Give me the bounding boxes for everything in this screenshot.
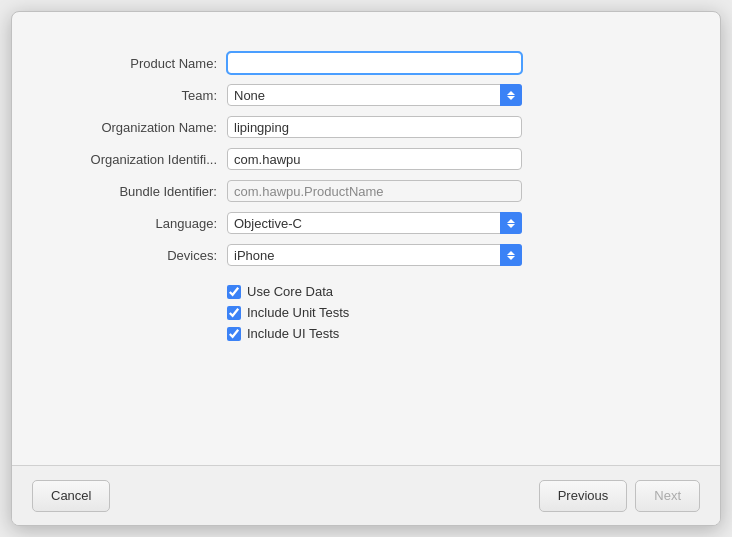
org-name-field (227, 116, 522, 138)
org-identifier-field (227, 148, 522, 170)
include-ui-tests-checkbox[interactable] (227, 327, 241, 341)
team-field: None (227, 84, 522, 106)
team-select-wrapper: None (227, 84, 522, 106)
org-identifier-input[interactable] (227, 148, 522, 170)
cancel-button[interactable]: Cancel (32, 480, 110, 512)
include-unit-tests-checkbox[interactable] (227, 306, 241, 320)
product-name-row: Product Name: (42, 52, 690, 74)
org-identifier-label: Organization Identifi... (42, 152, 227, 167)
dialog-footer: Cancel Previous Next (12, 465, 720, 525)
include-ui-tests-label: Include UI Tests (247, 326, 339, 341)
org-name-label: Organization Name: (42, 120, 227, 135)
include-unit-tests-label: Include Unit Tests (247, 305, 349, 320)
bundle-id-label: Bundle Identifier: (42, 184, 227, 199)
product-name-input[interactable] (227, 52, 522, 74)
bundle-id-field: com.hawpu.ProductName (227, 180, 522, 202)
org-name-input[interactable] (227, 116, 522, 138)
previous-button[interactable]: Previous (539, 480, 628, 512)
language-select[interactable]: Objective-C Swift (227, 212, 522, 234)
language-select-wrapper: Objective-C Swift (227, 212, 522, 234)
language-row: Language: Objective-C Swift (42, 212, 690, 234)
team-label: Team: (42, 88, 227, 103)
devices-select[interactable]: iPhone iPad Universal (227, 244, 522, 266)
use-core-data-row: Use Core Data (227, 284, 690, 299)
nav-button-group: Previous Next (539, 480, 700, 512)
devices-select-wrapper: iPhone iPad Universal (227, 244, 522, 266)
bundle-id-value: com.hawpu.ProductName (227, 180, 522, 202)
org-name-row: Organization Name: (42, 116, 690, 138)
product-name-label: Product Name: (42, 56, 227, 71)
next-button: Next (635, 480, 700, 512)
use-core-data-label: Use Core Data (247, 284, 333, 299)
bundle-id-row: Bundle Identifier: com.hawpu.ProductName (42, 180, 690, 202)
dialog-content: Product Name: Team: None (12, 12, 720, 465)
form-area: Product Name: Team: None (42, 52, 690, 341)
use-core-data-checkbox[interactable] (227, 285, 241, 299)
org-identifier-row: Organization Identifi... (42, 148, 690, 170)
project-dialog: Product Name: Team: None (11, 11, 721, 526)
devices-label: Devices: (42, 248, 227, 263)
team-select[interactable]: None (227, 84, 522, 106)
devices-row: Devices: iPhone iPad Universal (42, 244, 690, 266)
product-name-field (227, 52, 522, 74)
language-field: Objective-C Swift (227, 212, 522, 234)
devices-field: iPhone iPad Universal (227, 244, 522, 266)
checkbox-group: Use Core Data Include Unit Tests Include… (227, 284, 690, 341)
include-unit-tests-row: Include Unit Tests (227, 305, 690, 320)
team-row: Team: None (42, 84, 690, 106)
language-label: Language: (42, 216, 227, 231)
include-ui-tests-row: Include UI Tests (227, 326, 690, 341)
